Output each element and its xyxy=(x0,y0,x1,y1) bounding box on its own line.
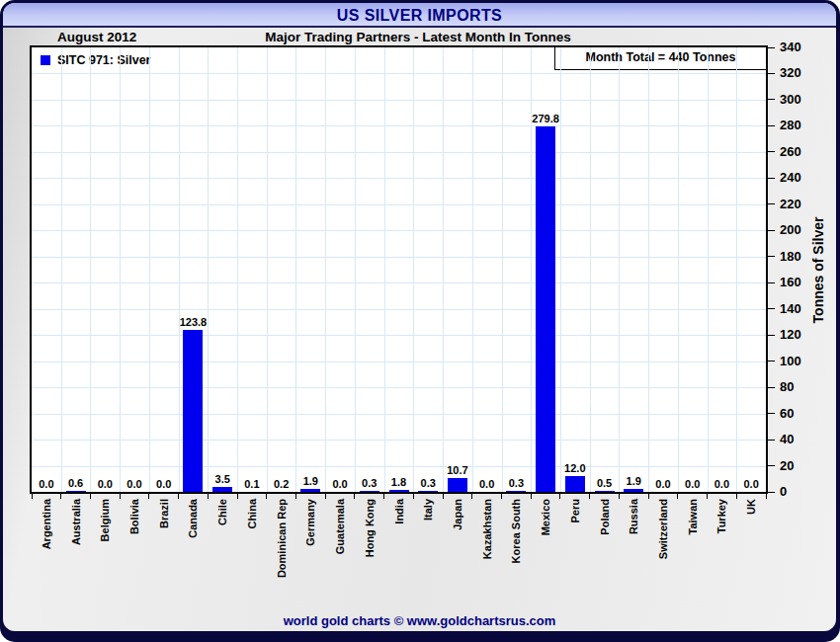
bar-value-label: 12.0 xyxy=(546,462,605,474)
y-axis-tick xyxy=(768,413,775,414)
plot-area: SITC 971: Silver Month Total = 440 Tonne… xyxy=(30,45,768,494)
horizontal-gridline xyxy=(32,73,766,74)
horizontal-gridline xyxy=(32,335,766,336)
y-axis-title: Tonnes of Silver xyxy=(810,192,827,350)
x-axis-label: Russia xyxy=(627,499,640,607)
horizontal-gridline xyxy=(32,361,766,362)
x-axis-label: UK xyxy=(744,499,758,607)
legend: SITC 971: Silver xyxy=(41,53,151,67)
vertical-gridline xyxy=(355,47,356,492)
vertical-gridline xyxy=(208,47,209,492)
x-axis-label: Bolivia xyxy=(127,499,141,607)
vertical-gridline xyxy=(590,47,591,492)
y-axis-tick-label: 120 xyxy=(780,327,801,342)
y-axis-tick-label: 320 xyxy=(780,65,801,80)
bar xyxy=(418,491,438,492)
chart-subtitle: Major Trading Partners - Latest Month In… xyxy=(122,30,714,44)
y-axis-tick-label: 260 xyxy=(780,144,801,159)
x-axis-label: India xyxy=(392,499,406,607)
x-axis-label: Hong Kong xyxy=(363,499,377,607)
y-axis-tick xyxy=(768,440,775,441)
y-axis-tick-label: 40 xyxy=(780,432,794,446)
y-axis-tick xyxy=(768,99,775,100)
horizontal-gridline xyxy=(32,309,766,310)
x-axis-label: China xyxy=(245,499,259,607)
bar xyxy=(389,490,409,492)
legend-label: SITC 971: Silver xyxy=(57,53,151,67)
vertical-gridline xyxy=(648,47,649,492)
x-axis-label: Guatemala xyxy=(333,499,347,607)
horizontal-gridline xyxy=(32,125,766,126)
bar-value-label: 279.8 xyxy=(516,113,575,124)
horizontal-gridline xyxy=(32,152,766,153)
horizontal-gridline xyxy=(32,466,766,467)
y-axis-tick-label: 200 xyxy=(780,222,801,237)
vertical-gridline xyxy=(237,47,238,492)
y-axis-tick-label: 220 xyxy=(780,197,801,211)
y-axis-tick-label: 300 xyxy=(780,92,801,107)
x-axis-label: Australia xyxy=(69,499,83,607)
y-axis-tick xyxy=(768,151,775,152)
vertical-gridline xyxy=(90,47,91,492)
bar xyxy=(536,126,555,492)
bar xyxy=(595,491,615,492)
y-axis-tick xyxy=(768,335,775,336)
vertical-gridline xyxy=(295,47,296,492)
x-axis-label: Italy xyxy=(421,499,435,607)
vertical-gridline xyxy=(267,47,268,492)
x-axis-label: Japan xyxy=(451,499,464,607)
y-axis-tick-label: 340 xyxy=(780,40,801,54)
bar xyxy=(506,491,526,492)
legend-color-swatch xyxy=(41,55,50,65)
x-axis-label: Canada xyxy=(186,499,200,607)
vertical-gridline xyxy=(619,47,620,492)
vertical-gridline xyxy=(61,47,62,492)
x-axis-label: Korea South xyxy=(509,499,523,607)
y-axis-tick-label: 140 xyxy=(780,301,801,316)
vertical-gridline xyxy=(413,47,414,492)
y-axis-tick-label: 20 xyxy=(780,458,794,473)
vertical-gridline xyxy=(678,47,679,492)
vertical-gridline xyxy=(325,47,326,492)
bar xyxy=(183,330,203,492)
title-bar: US SILVER IMPORTS xyxy=(3,3,836,28)
footer-credit: world gold charts © www.goldchartsrus.co… xyxy=(3,613,836,628)
y-axis-tick-label: 280 xyxy=(780,118,801,132)
bar-value-label: 10.7 xyxy=(428,464,487,476)
vertical-gridline xyxy=(708,47,709,492)
x-axis-label: Argentina xyxy=(40,499,53,607)
x-axis-label: Kazakhstan xyxy=(480,499,494,607)
x-axis: ArgentinaAustraliaBelgiumBoliviaBrazilCa… xyxy=(32,496,768,610)
y-axis-tick xyxy=(768,361,775,361)
main-title: US SILVER IMPORTS xyxy=(337,7,502,24)
y-axis-tick xyxy=(768,282,775,283)
y-axis-tick xyxy=(768,178,775,179)
x-axis-label: Germany xyxy=(303,499,317,607)
y-axis-tick xyxy=(768,387,775,388)
vertical-gridline xyxy=(443,47,444,492)
y-axis-tick xyxy=(768,308,775,309)
y-axis-tick-label: 160 xyxy=(780,275,801,289)
y-axis-tick xyxy=(768,465,775,466)
vertical-gridline xyxy=(384,47,385,492)
chart-body: US SILVER IMPORTS August 2012 Major Trad… xyxy=(3,3,836,631)
y-axis-tick-label: 240 xyxy=(780,170,801,185)
horizontal-gridline xyxy=(32,204,766,205)
y-axis-tick xyxy=(768,203,775,204)
y-axis-tick-label: 60 xyxy=(780,406,794,421)
vertical-gridline xyxy=(149,47,150,492)
y-axis-tick xyxy=(768,47,775,48)
horizontal-gridline xyxy=(32,282,766,283)
y-axis-tick xyxy=(768,73,775,74)
horizontal-gridline xyxy=(32,440,766,441)
chart-frame: US SILVER IMPORTS August 2012 Major Trad… xyxy=(0,0,840,642)
x-axis-label: Switzerland xyxy=(656,499,670,607)
horizontal-gridline xyxy=(32,414,766,415)
bar xyxy=(66,491,86,492)
horizontal-gridline xyxy=(32,387,766,388)
y-axis-tick-label: 100 xyxy=(780,354,801,368)
x-axis-label: Peru xyxy=(568,499,582,607)
vertical-gridline xyxy=(179,47,180,492)
month-total-annotation: Month Total = 440 Tonnes xyxy=(554,47,766,70)
y-axis-tick-label: 180 xyxy=(780,249,801,264)
